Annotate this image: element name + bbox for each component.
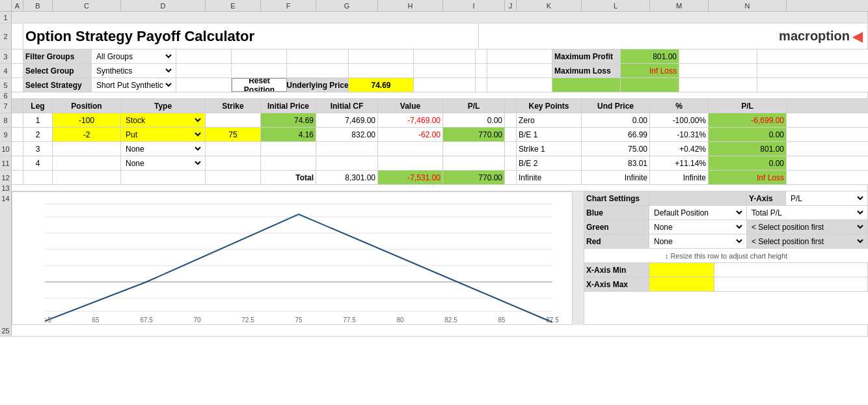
row-13: 13 bbox=[0, 185, 868, 191]
col-type: Type bbox=[121, 99, 206, 113]
x-axis-min-label: X-Axis Min bbox=[584, 263, 649, 277]
kp-be2-pl: 0.00 bbox=[709, 156, 787, 170]
select-group-dropdown[interactable]: Synthetics bbox=[92, 64, 176, 77]
row-5: 5 Select Strategy Short Put Synthetic St… bbox=[0, 78, 868, 92]
select-strategy-dropdown[interactable]: Short Put Synthetic Straddle bbox=[92, 78, 176, 92]
kp-und-price: Und Price bbox=[582, 99, 650, 113]
x-axis-min-value[interactable] bbox=[649, 263, 714, 277]
kp-be2-label: B/E 2 bbox=[517, 156, 582, 170]
leg1-strike[interactable] bbox=[206, 113, 261, 127]
filter-groups-label: Filter Groups bbox=[23, 49, 92, 63]
svg-text:67.5: 67.5 bbox=[140, 316, 153, 324]
green-position-dropdown[interactable]: None bbox=[649, 220, 747, 234]
max-loss-value: Inf Loss bbox=[621, 64, 679, 77]
row-leg-3: 10 3 None Strike 1 75.00 +0.42% 801.00 bbox=[0, 142, 868, 156]
blue-right-dropdown[interactable]: Total P/L bbox=[747, 206, 868, 219]
filter-groups-select[interactable]: All Groups bbox=[94, 49, 174, 63]
leg2-type[interactable]: Put bbox=[121, 128, 206, 141]
row-3: 3 Filter Groups All Groups Maximum Profi… bbox=[0, 49, 868, 64]
kp-strike1-pct: +0.42% bbox=[650, 142, 709, 156]
col-headers: A B C D E F G H I J K L M N bbox=[0, 0, 868, 12]
leg1-num: 1 bbox=[23, 113, 53, 127]
row-leg-1: 8 1 -100 Stock 74.69 7,469.00 -7,469.00 … bbox=[0, 113, 868, 128]
svg-text:65: 65 bbox=[92, 316, 100, 324]
col-position: Position bbox=[53, 99, 121, 113]
row-1: 1 bbox=[0, 12, 868, 23]
row-headers: 7 Leg Position Type Strike Initial Price… bbox=[0, 99, 868, 113]
red-label: Red bbox=[584, 234, 649, 248]
leg2-strike[interactable]: 75 bbox=[206, 128, 261, 141]
reset-position-button[interactable]: Reset Position bbox=[232, 78, 287, 92]
resize-row-message: ↕ Resize this row to adjust chart height bbox=[584, 249, 868, 263]
select-group-label: Select Group bbox=[23, 64, 92, 77]
app-title: Option Strategy Payoff Calculator bbox=[23, 23, 479, 49]
kp-infinite-pct: Infinite bbox=[650, 171, 709, 184]
kp-header: Key Points bbox=[517, 99, 582, 113]
y-axis-dropdown[interactable]: P/L bbox=[786, 191, 868, 205]
leg4-num: 4 bbox=[23, 156, 53, 170]
row-title: 2 Option Strategy Payoff Calculator macr… bbox=[0, 23, 868, 49]
x-axis-max-value[interactable] bbox=[649, 277, 714, 291]
leg4-position[interactable] bbox=[53, 156, 121, 170]
kp-be1-price: 66.99 bbox=[582, 128, 650, 141]
underlying-price-label: Underlying Price bbox=[287, 78, 349, 92]
kp-be2-pct: +11.14% bbox=[650, 156, 709, 170]
row-4: 4 Select Group Synthetics Maximum Loss I… bbox=[0, 64, 868, 78]
leg1-initial-cf: 7,469.00 bbox=[316, 113, 378, 127]
kp-strike1-price: 75.00 bbox=[582, 142, 650, 156]
totals-value: -7,531.00 bbox=[378, 171, 443, 184]
leg1-initial-price: 74.69 bbox=[261, 113, 316, 127]
chart-rows: 14 1000 800 600 bbox=[0, 191, 868, 325]
svg-text:82.5: 82.5 bbox=[444, 316, 457, 324]
totals-pl: 770.00 bbox=[443, 171, 505, 184]
svg-text:72.5: 72.5 bbox=[241, 316, 254, 324]
select-strategy-select[interactable]: Short Put Synthetic Straddle bbox=[94, 78, 174, 92]
chart-area: 1000 800 600 400 200 0 -200 -400 -600 bbox=[12, 191, 573, 325]
leg3-type[interactable]: None bbox=[121, 142, 206, 156]
max-profit-label: Maximum Profit bbox=[552, 49, 621, 63]
x-axis-max-label: X-Axis Max bbox=[584, 277, 649, 291]
row-leg-2: 9 2 -2 Put 75 4.16 832.00 -62.00 770.00 … bbox=[0, 128, 868, 142]
leg2-num: 2 bbox=[23, 128, 53, 141]
kp-infinite-pl: Inf Loss bbox=[709, 171, 787, 184]
kp-infinite-price: Infinite bbox=[582, 171, 650, 184]
macroption-icon: ◀ bbox=[852, 29, 862, 44]
svg-text:80: 80 bbox=[396, 316, 404, 324]
leg2-value: -62.00 bbox=[378, 128, 443, 141]
blue-position-dropdown[interactable]: Default Position bbox=[649, 206, 747, 219]
red-position-dropdown[interactable]: None bbox=[649, 234, 747, 248]
row-leg-4: 11 4 None B/E 2 83.01 +11.14% 0.00 bbox=[0, 156, 868, 171]
leg3-position[interactable] bbox=[53, 142, 121, 156]
row-totals: 12 Total 8,301.00 -7,531.00 770.00 Infin… bbox=[0, 171, 868, 185]
row-25: 25 bbox=[0, 325, 868, 337]
svg-text:85: 85 bbox=[498, 316, 506, 324]
leg2-position[interactable]: -2 bbox=[53, 128, 121, 141]
leg3-num: 3 bbox=[23, 142, 53, 156]
underlying-price-value[interactable]: 74.69 bbox=[349, 78, 414, 92]
max-profit-value: 801.00 bbox=[621, 49, 679, 63]
svg-text:75: 75 bbox=[295, 316, 303, 324]
green-right-dropdown[interactable]: < Select position first bbox=[747, 220, 868, 234]
kp-strike1-pl: 801.00 bbox=[709, 142, 787, 156]
col-strike: Strike bbox=[206, 99, 261, 113]
kp-be1-label: B/E 1 bbox=[517, 128, 582, 141]
kp-be1-pl: 0.00 bbox=[709, 128, 787, 141]
blue-label: Blue bbox=[584, 206, 649, 219]
macroption-logo: macroption ◀ bbox=[779, 29, 862, 44]
select-strategy-label: Select Strategy bbox=[23, 78, 92, 92]
leg1-position[interactable]: -100 bbox=[53, 113, 121, 127]
leg4-type[interactable]: None bbox=[121, 156, 206, 170]
col-value: Value bbox=[378, 99, 443, 113]
x-axis-max-row: X-Axis Max bbox=[584, 277, 868, 292]
kp-strike1-label: Strike 1 bbox=[517, 142, 582, 156]
kp-be2-price: 83.01 bbox=[582, 156, 650, 170]
chart-settings-header-row: Chart Settings Y-Axis P/L bbox=[584, 191, 868, 206]
chart-settings-label: Chart Settings bbox=[584, 191, 649, 205]
red-right-dropdown[interactable]: < Select position first bbox=[747, 234, 868, 248]
select-group-select[interactable]: Synthetics bbox=[94, 64, 174, 77]
max-loss-label: Maximum Loss bbox=[552, 64, 621, 77]
kp-zero-label: Zero bbox=[517, 113, 582, 127]
leg1-type[interactable]: Stock bbox=[121, 113, 206, 127]
filter-groups-dropdown[interactable]: All Groups bbox=[92, 49, 176, 63]
kp-be1-pct: -10.31% bbox=[650, 128, 709, 141]
